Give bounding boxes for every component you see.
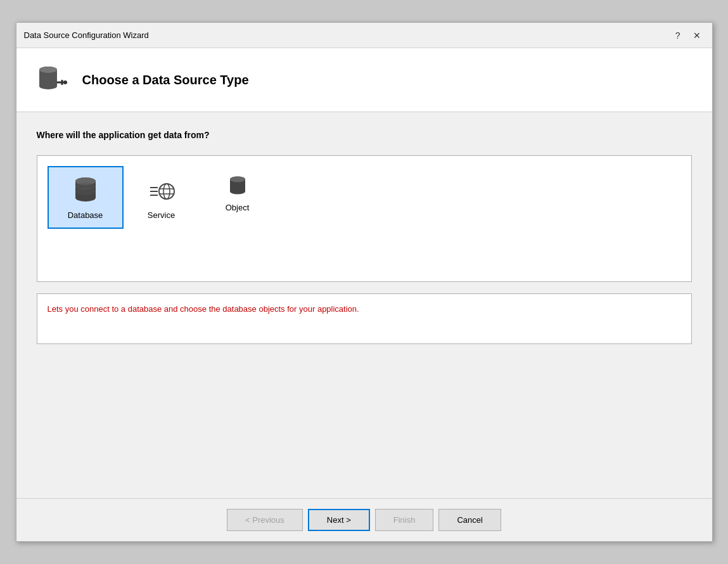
description-text: Lets you connect to a database and choos… (48, 304, 359, 314)
option-database-label: Database (68, 210, 103, 220)
option-database[interactable]: Database (48, 166, 124, 229)
help-button[interactable]: ? (672, 29, 684, 42)
svg-point-23 (230, 177, 245, 183)
page-title: Choose a Data Source Type (82, 73, 249, 87)
cancel-button[interactable]: Cancel (438, 509, 501, 531)
svg-point-14 (163, 184, 170, 199)
option-object[interactable]: Object (200, 166, 276, 221)
question-label: Where will the application get data from… (37, 130, 692, 140)
next-button[interactable]: Next > (308, 509, 370, 531)
object-icon (226, 175, 249, 198)
datasource-icon (34, 63, 67, 96)
svg-point-22 (230, 189, 245, 195)
option-object-label: Object (226, 203, 250, 212)
svg-point-12 (75, 188, 96, 195)
footer: < Previous Next > Finish Cancel (16, 498, 712, 541)
svg-point-6 (63, 80, 67, 84)
service-icon (146, 175, 177, 205)
options-panel: Database Service (37, 155, 692, 282)
finish-button[interactable]: Finish (375, 509, 434, 531)
header-icon (32, 61, 70, 99)
dialog-window: Data Source Configuration Wizard ? ✕ Cho… (16, 22, 713, 542)
content-area: Where will the application get data from… (16, 112, 712, 498)
option-service[interactable]: Service (124, 166, 200, 229)
svg-point-13 (159, 184, 174, 199)
option-service-label: Service (148, 210, 175, 220)
previous-button[interactable]: < Previous (227, 509, 303, 531)
title-bar: Data Source Configuration Wizard ? ✕ (16, 23, 712, 48)
close-button[interactable]: ✕ (689, 29, 705, 42)
svg-point-2 (39, 83, 57, 89)
description-panel: Lets you connect to a database and choos… (37, 293, 692, 344)
header-area: Choose a Data Source Type (16, 48, 712, 112)
window-title: Data Source Configuration Wizard (24, 30, 149, 40)
database-icon (70, 175, 101, 205)
svg-point-3 (39, 67, 57, 73)
title-bar-controls: ? ✕ (672, 29, 705, 42)
